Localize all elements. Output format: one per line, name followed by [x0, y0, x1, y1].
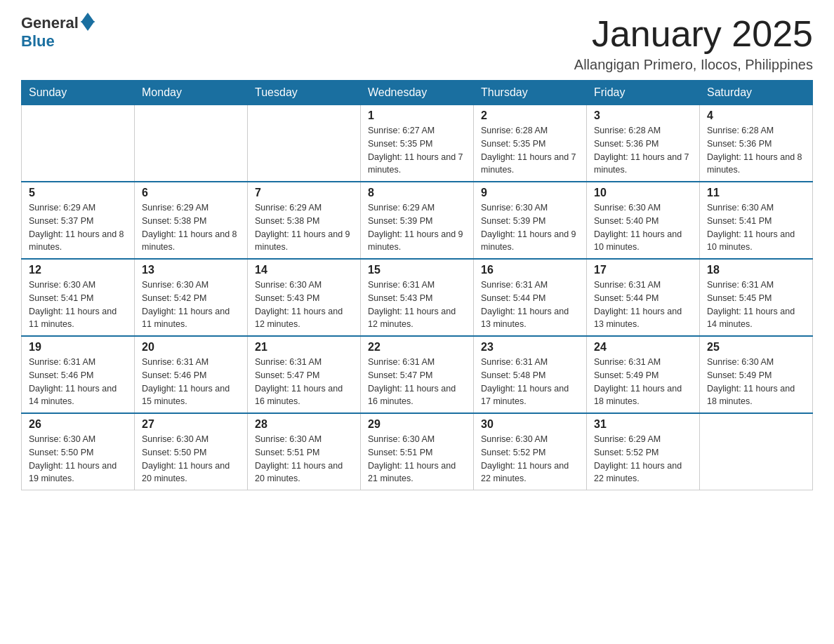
calendar-table: SundayMondayTuesdayWednesdayThursdayFrid…: [21, 80, 813, 490]
calendar-cell: 19Sunrise: 6:31 AMSunset: 5:46 PMDayligh…: [22, 336, 135, 413]
calendar-cell: 13Sunrise: 6:30 AMSunset: 5:42 PMDayligh…: [135, 259, 248, 336]
day-info: Sunrise: 6:30 AMSunset: 5:51 PMDaylight:…: [368, 433, 466, 485]
logo-general-text: General: [21, 14, 79, 32]
day-info: Sunrise: 6:29 AMSunset: 5:38 PMDaylight:…: [142, 201, 240, 254]
calendar-cell: 11Sunrise: 6:30 AMSunset: 5:41 PMDayligh…: [700, 182, 813, 259]
calendar-cell: 27Sunrise: 6:30 AMSunset: 5:50 PMDayligh…: [135, 413, 248, 490]
calendar-cell: 6Sunrise: 6:29 AMSunset: 5:38 PMDaylight…: [135, 182, 248, 259]
day-info: Sunrise: 6:30 AMSunset: 5:39 PMDaylight:…: [481, 201, 579, 254]
calendar-cell: 1Sunrise: 6:27 AMSunset: 5:35 PMDaylight…: [361, 105, 474, 182]
weekday-header-tuesday: Tuesday: [248, 81, 361, 105]
logo-blue-text: Blue: [21, 32, 55, 51]
calendar-cell: 23Sunrise: 6:31 AMSunset: 5:48 PMDayligh…: [474, 336, 587, 413]
day-info: Sunrise: 6:30 AMSunset: 5:50 PMDaylight:…: [29, 433, 127, 485]
day-number: 8: [368, 187, 466, 199]
calendar-cell: 31Sunrise: 6:29 AMSunset: 5:52 PMDayligh…: [587, 413, 700, 490]
day-number: 19: [29, 341, 127, 354]
day-number: 9: [481, 187, 579, 199]
day-number: 14: [255, 264, 353, 276]
day-info: Sunrise: 6:28 AMSunset: 5:36 PMDaylight:…: [707, 124, 805, 177]
weekday-header-sunday: Sunday: [22, 81, 135, 105]
day-info: Sunrise: 6:30 AMSunset: 5:41 PMDaylight:…: [29, 279, 127, 331]
day-number: 20: [142, 341, 240, 354]
calendar-cell: 25Sunrise: 6:30 AMSunset: 5:49 PMDayligh…: [700, 336, 813, 413]
day-info: Sunrise: 6:30 AMSunset: 5:50 PMDaylight:…: [142, 433, 240, 485]
day-number: 13: [142, 264, 240, 276]
day-number: 22: [368, 341, 466, 354]
day-info: Sunrise: 6:30 AMSunset: 5:49 PMDaylight:…: [707, 356, 805, 408]
weekday-header-monday: Monday: [135, 81, 248, 105]
calendar-cell: 18Sunrise: 6:31 AMSunset: 5:45 PMDayligh…: [700, 259, 813, 336]
calendar-cell: 21Sunrise: 6:31 AMSunset: 5:47 PMDayligh…: [248, 336, 361, 413]
calendar-cell: 2Sunrise: 6:28 AMSunset: 5:35 PMDaylight…: [474, 105, 587, 182]
day-info: Sunrise: 6:29 AMSunset: 5:52 PMDaylight:…: [594, 433, 692, 485]
calendar-week-row: 5Sunrise: 6:29 AMSunset: 5:37 PMDaylight…: [22, 182, 813, 259]
day-info: Sunrise: 6:30 AMSunset: 5:51 PMDaylight:…: [255, 433, 353, 485]
day-number: 21: [255, 341, 353, 354]
day-info: Sunrise: 6:30 AMSunset: 5:41 PMDaylight:…: [707, 201, 805, 254]
day-info: Sunrise: 6:31 AMSunset: 5:49 PMDaylight:…: [594, 356, 692, 408]
day-number: 25: [707, 341, 805, 354]
weekday-header-row: SundayMondayTuesdayWednesdayThursdayFrid…: [22, 81, 813, 105]
day-number: 7: [255, 187, 353, 199]
day-info: Sunrise: 6:31 AMSunset: 5:46 PMDaylight:…: [142, 356, 240, 408]
calendar-cell: 10Sunrise: 6:30 AMSunset: 5:40 PMDayligh…: [587, 182, 700, 259]
calendar-cell: 7Sunrise: 6:29 AMSunset: 5:38 PMDaylight…: [248, 182, 361, 259]
day-number: 28: [255, 418, 353, 431]
calendar-cell: [135, 105, 248, 182]
day-info: Sunrise: 6:28 AMSunset: 5:36 PMDaylight:…: [594, 124, 692, 177]
calendar-cell: [700, 413, 813, 490]
calendar-cell: 26Sunrise: 6:30 AMSunset: 5:50 PMDayligh…: [22, 413, 135, 490]
day-info: Sunrise: 6:31 AMSunset: 5:44 PMDaylight:…: [594, 279, 692, 331]
day-number: 6: [142, 187, 240, 199]
day-info: Sunrise: 6:30 AMSunset: 5:52 PMDaylight:…: [481, 433, 579, 485]
day-info: Sunrise: 6:29 AMSunset: 5:37 PMDaylight:…: [29, 201, 127, 254]
calendar-cell: [248, 105, 361, 182]
day-info: Sunrise: 6:31 AMSunset: 5:43 PMDaylight:…: [368, 279, 466, 331]
day-info: Sunrise: 6:30 AMSunset: 5:43 PMDaylight:…: [255, 279, 353, 331]
day-info: Sunrise: 6:31 AMSunset: 5:48 PMDaylight:…: [481, 356, 579, 408]
day-number: 30: [481, 418, 579, 431]
calendar-cell: 17Sunrise: 6:31 AMSunset: 5:44 PMDayligh…: [587, 259, 700, 336]
title-area: January 2025 Allangigan Primero, Ilocos,…: [574, 14, 813, 73]
calendar-week-row: 19Sunrise: 6:31 AMSunset: 5:46 PMDayligh…: [22, 336, 813, 413]
day-info: Sunrise: 6:31 AMSunset: 5:44 PMDaylight:…: [481, 279, 579, 331]
day-number: 5: [29, 187, 127, 199]
calendar-cell: 15Sunrise: 6:31 AMSunset: 5:43 PMDayligh…: [361, 259, 474, 336]
calendar-week-row: 12Sunrise: 6:30 AMSunset: 5:41 PMDayligh…: [22, 259, 813, 336]
calendar-cell: [22, 105, 135, 182]
calendar-week-row: 1Sunrise: 6:27 AMSunset: 5:35 PMDaylight…: [22, 105, 813, 182]
calendar-cell: 30Sunrise: 6:30 AMSunset: 5:52 PMDayligh…: [474, 413, 587, 490]
day-number: 4: [707, 109, 805, 122]
day-number: 29: [368, 418, 466, 431]
day-info: Sunrise: 6:29 AMSunset: 5:39 PMDaylight:…: [368, 201, 466, 254]
calendar-cell: 14Sunrise: 6:30 AMSunset: 5:43 PMDayligh…: [248, 259, 361, 336]
day-number: 23: [481, 341, 579, 354]
day-info: Sunrise: 6:30 AMSunset: 5:40 PMDaylight:…: [594, 201, 692, 254]
day-info: Sunrise: 6:27 AMSunset: 5:35 PMDaylight:…: [368, 124, 466, 177]
day-number: 15: [368, 264, 466, 276]
calendar-cell: 12Sunrise: 6:30 AMSunset: 5:41 PMDayligh…: [22, 259, 135, 336]
day-number: 26: [29, 418, 127, 431]
day-number: 16: [481, 264, 579, 276]
weekday-header-wednesday: Wednesday: [361, 81, 474, 105]
location-title: Allangigan Primero, Ilocos, Philippines: [574, 57, 813, 73]
day-number: 18: [707, 264, 805, 276]
calendar-cell: 8Sunrise: 6:29 AMSunset: 5:39 PMDaylight…: [361, 182, 474, 259]
day-number: 31: [594, 418, 692, 431]
day-info: Sunrise: 6:31 AMSunset: 5:47 PMDaylight:…: [255, 356, 353, 408]
day-info: Sunrise: 6:29 AMSunset: 5:38 PMDaylight:…: [255, 201, 353, 254]
day-number: 10: [594, 187, 692, 199]
calendar-cell: 22Sunrise: 6:31 AMSunset: 5:47 PMDayligh…: [361, 336, 474, 413]
day-number: 1: [368, 109, 466, 122]
month-title: January 2025: [574, 14, 813, 54]
day-number: 17: [594, 264, 692, 276]
day-info: Sunrise: 6:31 AMSunset: 5:45 PMDaylight:…: [707, 279, 805, 331]
day-number: 24: [594, 341, 692, 354]
day-info: Sunrise: 6:31 AMSunset: 5:47 PMDaylight:…: [368, 356, 466, 408]
weekday-header-thursday: Thursday: [474, 81, 587, 105]
day-number: 11: [707, 187, 805, 199]
calendar-cell: 28Sunrise: 6:30 AMSunset: 5:51 PMDayligh…: [248, 413, 361, 490]
logo: General Blue: [21, 14, 95, 51]
day-number: 27: [142, 418, 240, 431]
